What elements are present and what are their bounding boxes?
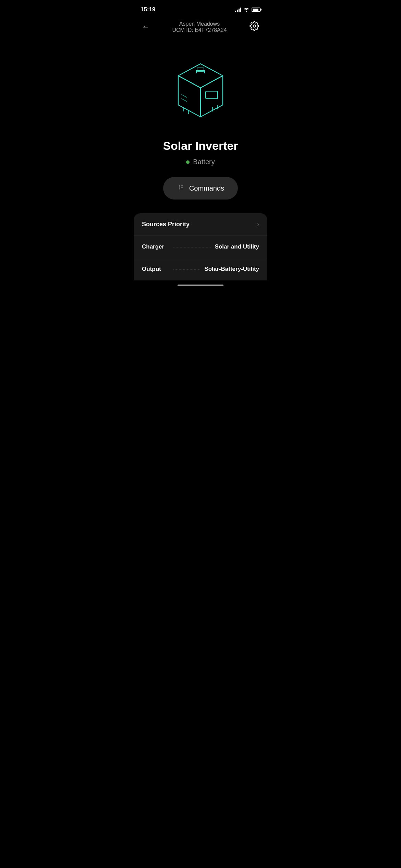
nav-title-main: Aspen Meadows: [151, 21, 248, 27]
sources-priority-row[interactable]: Sources Priority ›: [134, 213, 267, 236]
back-button[interactable]: ←: [141, 22, 151, 32]
commands-icon: [177, 183, 185, 193]
battery-label: Battery: [193, 158, 215, 166]
chevron-right-icon: ›: [257, 221, 259, 228]
status-icons: [235, 7, 260, 13]
svg-rect-1: [206, 91, 218, 99]
signal-bars-icon: [235, 7, 241, 12]
battery-status-icon: [252, 8, 260, 12]
commands-label: Commands: [189, 184, 224, 192]
device-name: Solar Inverter: [141, 139, 260, 153]
charger-row: Charger Solar and Utility: [134, 236, 267, 258]
output-value: Solar-Battery-Utility: [204, 266, 259, 273]
charger-value: Solar and Utility: [215, 243, 259, 250]
status-bar: 15:19: [134, 0, 267, 17]
commands-button[interactable]: Commands: [163, 177, 238, 200]
inverter-illustration: [163, 53, 238, 129]
nav-bar: ← Aspen Meadows UCM ID: E4F7278A24: [134, 17, 267, 40]
wifi-icon: [243, 7, 250, 13]
output-label: Output: [142, 266, 169, 273]
battery-status: Battery: [141, 158, 260, 166]
sources-priority-label: Sources Priority: [142, 221, 190, 228]
home-indicator: [134, 280, 267, 289]
nav-title-sub: UCM ID: E4F7278A24: [151, 27, 248, 33]
output-row: Output Solar-Battery-Utility: [134, 258, 267, 280]
settings-button[interactable]: [248, 20, 260, 34]
bottom-panel: Sources Priority › Charger Solar and Uti…: [134, 213, 267, 280]
svg-point-0: [253, 25, 256, 27]
device-info: Solar Inverter Battery Commands: [134, 139, 267, 200]
output-dotted-line: [173, 269, 200, 270]
charger-dotted-line: [173, 247, 211, 248]
charger-label: Charger: [142, 243, 169, 250]
nav-title: Aspen Meadows UCM ID: E4F7278A24: [151, 21, 248, 33]
battery-dot-indicator: [186, 160, 190, 164]
status-time: 15:19: [141, 6, 155, 13]
device-image-area: [134, 40, 267, 139]
home-bar: [178, 285, 223, 286]
